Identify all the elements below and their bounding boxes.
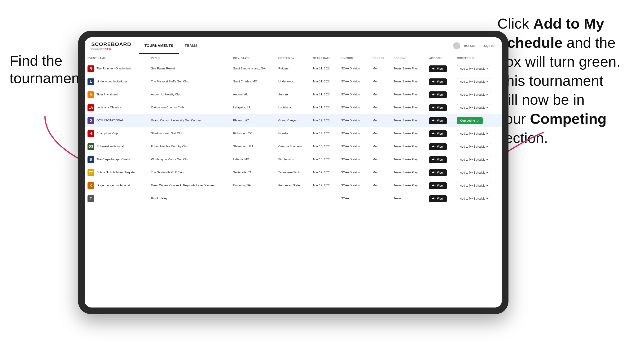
tab-tournaments[interactable]: TOURNAMENTS <box>139 37 179 54</box>
start-date-cell <box>310 192 338 205</box>
view-button[interactable]: 👁 View <box>429 78 446 85</box>
start-date-cell: Mar 13, 2024 <box>310 127 338 140</box>
plus-icon: + <box>486 93 488 96</box>
event-name: The Carpetbagger Classic <box>96 158 131 162</box>
tab-teams[interactable]: TEAMS <box>179 37 204 54</box>
eye-icon: 👁 <box>432 171 436 174</box>
hosted-by-cell: Tennessee Tech <box>276 166 310 179</box>
add-to-schedule-button[interactable]: Add to My Schedule + <box>457 65 491 72</box>
event-name: Schenkel Invitational <box>96 145 124 149</box>
event-name: Lindenwood Invitational <box>96 80 128 84</box>
view-button[interactable]: 👁 View <box>429 169 446 176</box>
hosted-by-cell: Grand Canyon <box>276 114 310 127</box>
venue-cell: Worthington Manor Golf Club <box>148 153 230 166</box>
actions-cell: 👁 View <box>426 114 454 127</box>
plus-icon: + <box>486 145 488 148</box>
table-row: K Linger Longer Invitational Great Water… <box>85 179 502 192</box>
gender-cell: Men <box>370 88 391 101</box>
scoring-cell: Team, Stroke Play <box>391 166 426 179</box>
event-name-cell: A Tiger Invitational <box>85 88 148 101</box>
sign-out-link[interactable]: Sign out <box>484 44 495 47</box>
start-date-cell: Mar 12, 2024 <box>310 114 338 127</box>
competing-cell: Add to My Schedule + <box>454 192 502 205</box>
hosted-by-cell: Louisiana <box>276 101 310 114</box>
start-date-cell: Mar 17, 2024 <box>310 166 338 179</box>
competing-button[interactable]: Competing ✓ <box>457 117 483 124</box>
table-row: GS Schenkel Invitational Forest Heights … <box>85 140 502 153</box>
tablet-screen: SCOREBOARD Powered by clippd TOURNAMENTS… <box>85 37 502 308</box>
add-to-schedule-button[interactable]: Add to My Schedule + <box>457 104 491 111</box>
division-cell: NCAA Division I <box>338 127 370 140</box>
venue-cell: Forest Heights Country Club <box>148 140 230 153</box>
view-button[interactable]: 👁 View <box>429 104 446 111</box>
plus-icon: + <box>486 184 488 187</box>
division-cell: NCAA Division I <box>338 62 370 75</box>
team-logo: B <box>88 156 94 163</box>
plus-icon: + <box>486 106 488 109</box>
division-cell: NCAA Division I <box>338 75 370 88</box>
gender-cell <box>370 192 391 205</box>
table-container: EVENT NAME VENUE CITY, STATE HOSTED BY S… <box>85 54 502 308</box>
team-logo: H <box>88 130 94 137</box>
view-button[interactable]: 👁 View <box>429 117 446 124</box>
competing-cell: Add to My Schedule + <box>454 88 502 101</box>
hosted-by-cell <box>276 192 310 205</box>
tournaments-table: EVENT NAME VENUE CITY, STATE HOSTED BY S… <box>85 54 502 205</box>
eye-icon: 👁 <box>432 158 436 162</box>
view-button[interactable]: 👁 View <box>429 65 446 72</box>
event-name-cell: TT Bobby Nichols Intercollegiate <box>85 166 148 179</box>
col-venue: VENUE <box>148 54 230 62</box>
col-event-name: EVENT NAME <box>85 54 148 62</box>
division-cell: NCAA Division I <box>338 179 370 192</box>
plus-icon: + <box>486 158 488 161</box>
view-button[interactable]: 👁 View <box>429 130 446 137</box>
col-actions: ACTIONS <box>426 54 454 62</box>
add-to-schedule-button[interactable]: Add to My Schedule + <box>457 78 491 85</box>
view-button[interactable]: 👁 View <box>429 182 446 189</box>
avatar <box>453 42 460 49</box>
eye-icon: 👁 <box>432 67 436 71</box>
team-logo: LA <box>88 104 94 111</box>
venue-cell: The Sevierville Golf Club <box>148 166 230 179</box>
event-name: GCU INVITATIONAL <box>96 119 124 123</box>
start-date-cell: Mar 11, 2024 <box>310 101 338 114</box>
col-hosted-by: HOSTED BY <box>276 54 310 62</box>
gender-cell: Men <box>370 153 391 166</box>
scoring-cell: Team, Stroke Play <box>391 101 426 114</box>
competing-label: Competing <box>460 119 475 122</box>
division-cell: NCAA Division I <box>338 140 370 153</box>
add-to-schedule-button[interactable]: Add to My Schedule + <box>457 130 491 137</box>
view-button[interactable]: 👁 View <box>429 156 446 163</box>
competing-cell: Competing ✓ <box>454 114 502 127</box>
view-button[interactable]: 👁 View <box>429 195 446 202</box>
logo-powered: Powered by clippd <box>91 47 131 50</box>
add-to-schedule-button[interactable]: Add to My Schedule + <box>457 143 491 150</box>
venue-cell: Brook Valley <box>148 192 230 205</box>
table-row: TT Bobby Nichols Intercollegiate The Sev… <box>85 166 502 179</box>
gender-cell: Men <box>370 101 391 114</box>
add-label: Add to My Schedule <box>460 197 485 200</box>
event-name-cell: LA Louisiana Classics <box>85 101 148 114</box>
view-button[interactable]: 👁 View <box>429 91 446 98</box>
division-cell: NCAA Division I <box>338 114 370 127</box>
add-to-schedule-button[interactable]: Add to My Schedule + <box>457 182 491 189</box>
add-to-schedule-button[interactable]: Add to My Schedule + <box>457 91 491 98</box>
scoring-cell: Team, Stroke Play <box>391 140 426 153</box>
division-cell: NCAA Division I <box>338 166 370 179</box>
tablet-frame: SCOREBOARD Powered by clippd TOURNAMENTS… <box>78 31 508 314</box>
gender-cell: Men <box>370 114 391 127</box>
venue-cell: Grand Canyon University Golf Course <box>148 114 230 127</box>
city-state-cell: Sevierville, TN <box>230 166 276 179</box>
eye-icon: 👁 <box>432 145 436 149</box>
hosted-by-cell: Kennesaw State <box>276 179 310 192</box>
competing-cell: Add to My Schedule + <box>454 153 502 166</box>
actions-cell: 👁 View <box>426 166 454 179</box>
add-to-schedule-button[interactable]: Add to My Schedule + <box>457 169 491 176</box>
start-date-cell: Mar 16, 2024 <box>310 153 338 166</box>
event-name: Linger Longer Invitational <box>96 183 130 188</box>
add-to-schedule-button[interactable]: Add to My Schedule + <box>457 195 491 202</box>
add-to-schedule-button[interactable]: Add to My Schedule + <box>457 156 491 163</box>
table-row: A Tiger Invitational Auburn University C… <box>85 88 502 101</box>
competing-cell: Add to My Schedule + <box>454 127 502 140</box>
view-button[interactable]: 👁 View <box>429 143 446 150</box>
